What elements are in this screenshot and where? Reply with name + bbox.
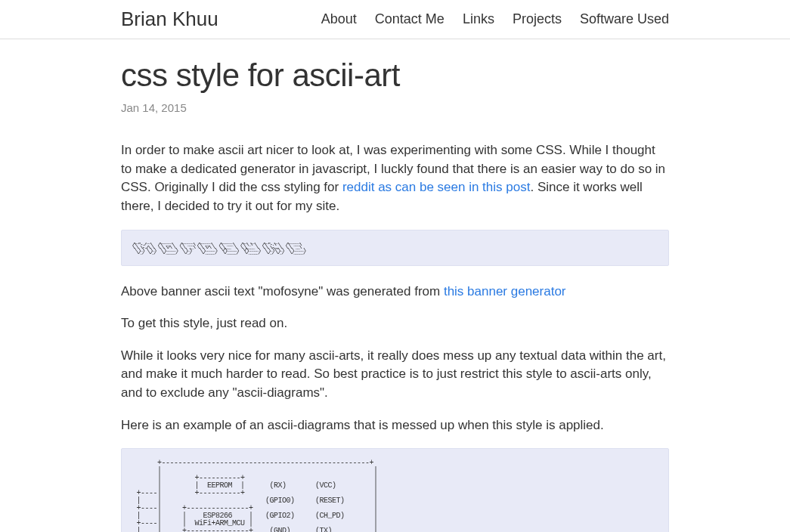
reddit-post-link[interactable]: reddit as can be seen in this post bbox=[342, 180, 531, 194]
main-nav: About Contact Me Links Projects Software… bbox=[321, 11, 669, 27]
diagram-ascii-box: +---------------------------------------… bbox=[121, 448, 669, 532]
style-note: To get this style, just read on. bbox=[121, 314, 669, 333]
nav-contact[interactable]: Contact Me bbox=[375, 11, 445, 27]
article-body: css style for ascii-art Jan 14, 2015 In … bbox=[113, 57, 677, 532]
site-title[interactable]: Brian Khuu bbox=[121, 8, 218, 31]
diagram-ascii-art: +---------------------------------------… bbox=[132, 459, 658, 532]
banner-ascii-art: __ __ ______ ______ ______ ______ __ __ … bbox=[132, 241, 658, 255]
nav-links[interactable]: Links bbox=[463, 11, 494, 27]
nav-projects[interactable]: Projects bbox=[513, 11, 562, 27]
diagram-intro: Here is an example of an ascii-diagrams … bbox=[121, 416, 669, 435]
header-bar: Brian Khuu About Contact Me Links Projec… bbox=[0, 0, 790, 39]
banner-caption: Above banner ascii text "mofosyne" was g… bbox=[121, 283, 669, 302]
banner-caption-text: Above banner ascii text "mofosyne" was g… bbox=[121, 284, 444, 298]
nav-about[interactable]: About bbox=[321, 11, 357, 27]
warning-paragraph: While it looks very nice for many ascii-… bbox=[121, 347, 669, 403]
banner-ascii-box: __ __ ______ ______ ______ ______ __ __ … bbox=[121, 230, 669, 266]
article-date: Jan 14, 2015 bbox=[121, 101, 669, 114]
article-title: css style for ascii-art bbox=[121, 57, 669, 94]
banner-generator-link[interactable]: this banner generator bbox=[444, 284, 566, 298]
nav-software-used[interactable]: Software Used bbox=[580, 11, 669, 27]
intro-paragraph: In order to make ascii art nicer to look… bbox=[121, 141, 669, 216]
